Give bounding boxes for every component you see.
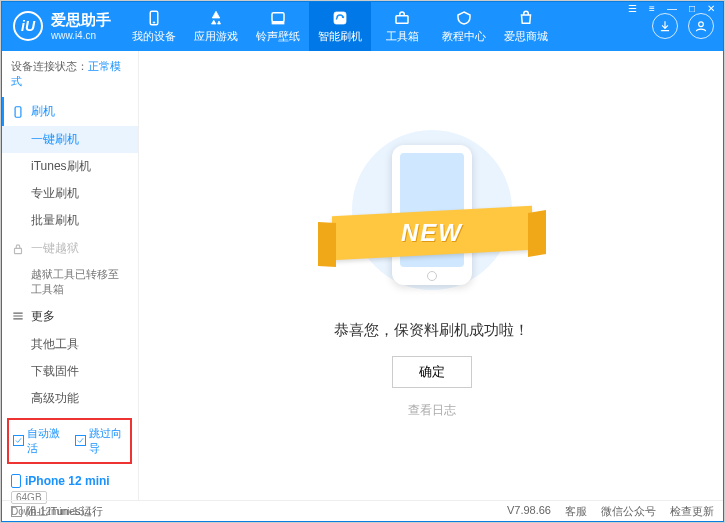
wechat-link[interactable]: 微信公众号 bbox=[601, 504, 656, 519]
logo-icon: iU bbox=[13, 11, 43, 41]
main-content: NEW 恭喜您，保资料刷机成功啦！ 确定 查看日志 bbox=[139, 51, 724, 500]
checkbox-skip-guide[interactable]: 跳过向导 bbox=[75, 426, 127, 456]
app-url: www.i4.cn bbox=[51, 30, 111, 41]
nav-apps[interactable]: 应用游戏 bbox=[185, 1, 247, 51]
nav-label: 爱思商城 bbox=[504, 29, 548, 44]
device-icon bbox=[145, 9, 163, 27]
section-flash[interactable]: 刷机 bbox=[1, 97, 138, 126]
phone-icon bbox=[11, 474, 21, 488]
sidebar-item-itunes-flash[interactable]: iTunes刷机 bbox=[1, 153, 138, 180]
list-icon[interactable]: ≡ bbox=[646, 3, 658, 14]
view-log-link[interactable]: 查看日志 bbox=[408, 402, 456, 419]
checkbox-block-itunes[interactable]: 阻止iTunes运行 bbox=[11, 504, 103, 519]
flash-icon bbox=[331, 9, 349, 27]
nav-flash[interactable]: 智能刷机 bbox=[309, 1, 371, 51]
nav-label: 工具箱 bbox=[386, 29, 419, 44]
apps-icon bbox=[207, 9, 225, 27]
nav-my-device[interactable]: 我的设备 bbox=[123, 1, 185, 51]
sidebar: 设备连接状态：正常模式 刷机 一键刷机 iTunes刷机 专业刷机 批量刷机 一… bbox=[1, 51, 139, 500]
nav-label: 教程中心 bbox=[442, 29, 486, 44]
nav-help[interactable]: 教程中心 bbox=[433, 1, 495, 51]
nav-label: 铃声壁纸 bbox=[256, 29, 300, 44]
menu-icon[interactable]: ☰ bbox=[625, 3, 640, 14]
confirm-button[interactable]: 确定 bbox=[392, 356, 472, 388]
svg-rect-5 bbox=[396, 15, 408, 23]
maximize-button[interactable]: □ bbox=[686, 3, 698, 14]
section-jailbreak: 一键越狱 bbox=[1, 234, 138, 263]
sidebar-item-other-tools[interactable]: 其他工具 bbox=[1, 331, 138, 358]
svg-rect-2 bbox=[272, 12, 284, 21]
new-ribbon: NEW bbox=[401, 219, 463, 247]
sidebar-item-advanced[interactable]: 高级功能 bbox=[1, 385, 138, 412]
nav-media[interactable]: 铃声壁纸 bbox=[247, 1, 309, 51]
options-box: 自动激活 跳过向导 bbox=[7, 418, 132, 464]
close-button[interactable]: ✕ bbox=[704, 3, 718, 14]
nav-toolbox[interactable]: 工具箱 bbox=[371, 1, 433, 51]
nav-label: 应用游戏 bbox=[194, 29, 238, 44]
flash-section-icon bbox=[11, 105, 25, 119]
status-bar: 阻止iTunes运行 V7.98.66 客服 微信公众号 检查更新 bbox=[1, 500, 724, 522]
checkbox-auto-activate[interactable]: 自动激活 bbox=[13, 426, 65, 456]
download-button[interactable] bbox=[652, 13, 678, 39]
app-title: 爱思助手 bbox=[51, 11, 111, 30]
brand: iU 爱思助手 www.i4.cn bbox=[1, 11, 123, 41]
connection-status: 设备连接状态：正常模式 bbox=[1, 51, 138, 97]
minimize-button[interactable]: — bbox=[664, 3, 680, 14]
nav-label: 我的设备 bbox=[132, 29, 176, 44]
nav-store[interactable]: 爱思商城 bbox=[495, 1, 557, 51]
version-label: V7.98.66 bbox=[507, 504, 551, 519]
toolbox-icon bbox=[393, 9, 411, 27]
top-nav: 我的设备 应用游戏 铃声壁纸 智能刷机 工具箱 教程中心 爱思商城 bbox=[123, 1, 557, 51]
svg-rect-7 bbox=[15, 106, 21, 117]
nav-label: 智能刷机 bbox=[318, 29, 362, 44]
sidebar-item-oneclick-flash[interactable]: 一键刷机 bbox=[1, 126, 138, 153]
svg-point-1 bbox=[153, 21, 155, 23]
success-message: 恭喜您，保资料刷机成功啦！ bbox=[334, 321, 529, 340]
svg-rect-8 bbox=[15, 248, 22, 253]
lock-icon bbox=[11, 242, 25, 256]
support-link[interactable]: 客服 bbox=[565, 504, 587, 519]
sidebar-item-batch-flash[interactable]: 批量刷机 bbox=[1, 207, 138, 234]
svg-rect-3 bbox=[272, 21, 284, 23]
header: iU 爱思助手 www.i4.cn 我的设备 应用游戏 铃声壁纸 智能刷机 bbox=[1, 1, 724, 51]
success-illustration: NEW bbox=[322, 133, 542, 303]
section-more[interactable]: 更多 bbox=[1, 302, 138, 331]
svg-rect-4 bbox=[334, 12, 346, 24]
store-icon bbox=[517, 9, 535, 27]
help-icon bbox=[455, 9, 473, 27]
media-icon bbox=[269, 9, 287, 27]
user-button[interactable] bbox=[688, 13, 714, 39]
sidebar-item-download-firmware[interactable]: 下载固件 bbox=[1, 358, 138, 385]
sidebar-item-pro-flash[interactable]: 专业刷机 bbox=[1, 180, 138, 207]
jailbreak-note: 越狱工具已转移至 工具箱 bbox=[1, 263, 138, 302]
check-update-link[interactable]: 检查更新 bbox=[670, 504, 714, 519]
svg-point-6 bbox=[699, 22, 704, 27]
more-icon bbox=[11, 309, 25, 323]
